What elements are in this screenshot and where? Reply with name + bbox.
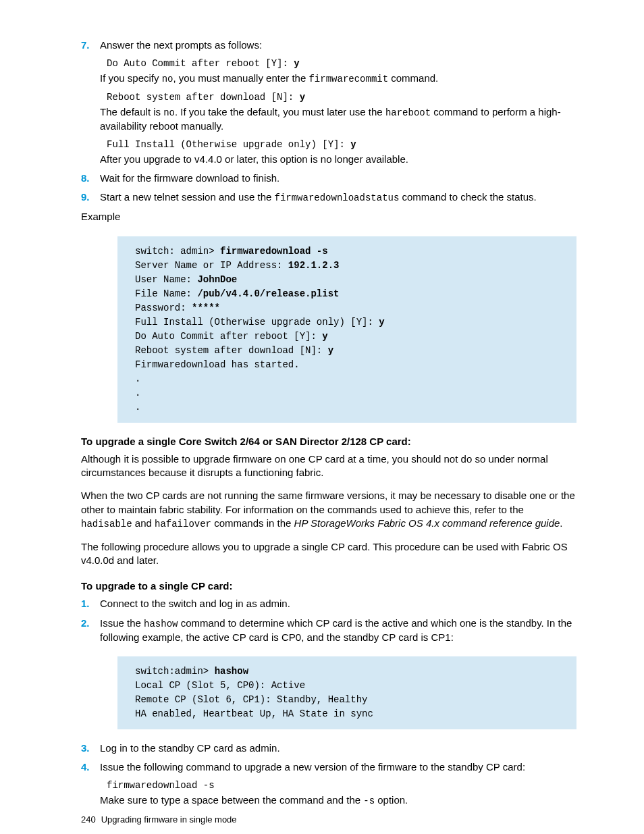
para-core-3: The following procedure allows you to up… bbox=[81, 540, 576, 568]
prompt-input: y bbox=[294, 58, 299, 69]
step-9-text: Start a new telnet session and use the f… bbox=[100, 190, 576, 205]
step-7: 7. Answer the next prompts as follows: D… bbox=[81, 38, 576, 166]
inline-code: hashow bbox=[144, 619, 178, 629]
step-b2: 2. Issue the hashow command to determine… bbox=[81, 617, 576, 644]
page-footer: 240Upgrading firmware in single mode bbox=[81, 814, 237, 826]
step-number: 8. bbox=[81, 172, 90, 185]
prompt-text: Do Auto Commit after reboot [Y]: bbox=[107, 58, 294, 69]
step-b1-text: Connect to the switch and log in as admi… bbox=[100, 597, 576, 610]
prompt-input: y bbox=[350, 139, 356, 150]
prompt-auto-commit: Do Auto Commit after reboot [Y]: y bbox=[100, 57, 576, 70]
inline-code: -s bbox=[363, 796, 375, 806]
step-b3: 3. Log in to the standby CP card as admi… bbox=[81, 741, 576, 755]
step-b4-tail: Make sure to type a space between the co… bbox=[100, 793, 576, 808]
step-b1: 1. Connect to the switch and log in as a… bbox=[81, 597, 576, 610]
step-b4: 4. Issue the following command to upgrad… bbox=[81, 760, 576, 808]
prompt-reboot: Reboot system after download [N]: y bbox=[100, 91, 576, 104]
heading-upgrade-core: To upgrade a single Core Switch 2/64 or … bbox=[81, 435, 576, 448]
step-8-text: Wait for the firmware download to finish… bbox=[100, 172, 576, 185]
para-auto-commit: If you specify no, you must manually ent… bbox=[100, 72, 576, 86]
step-8: 8. Wait for the firmware download to fin… bbox=[81, 172, 576, 185]
example-label: Example bbox=[81, 210, 576, 224]
steps-list-bottom-2: 3. Log in to the standby CP card as admi… bbox=[81, 741, 576, 808]
prompt-input: y bbox=[300, 92, 305, 103]
step-9: 9. Start a new telnet session and use th… bbox=[81, 190, 576, 205]
step-number: 9. bbox=[81, 190, 90, 204]
page: 7. Answer the next prompts as follows: D… bbox=[0, 0, 644, 834]
para-core-1: Although it is possible to upgrade firmw… bbox=[81, 452, 576, 480]
para-full-install: After you upgrade to v4.4.0 or later, th… bbox=[100, 153, 576, 166]
inline-code: no bbox=[162, 74, 173, 84]
inline-code: hadisable bbox=[81, 519, 132, 529]
page-number: 240 bbox=[81, 814, 96, 825]
steps-list-bottom: 1. Connect to the switch and log in as a… bbox=[81, 597, 576, 644]
step-b3-text: Log in to the standby CP card as admin. bbox=[100, 741, 576, 755]
step-b2-text: Issue the hashow command to determine wh… bbox=[100, 617, 576, 644]
para-reboot: The default is no. If you take the defau… bbox=[100, 105, 576, 133]
step-number: 4. bbox=[81, 760, 90, 774]
prompt-text: Reboot system after download [N]: bbox=[107, 92, 300, 103]
inline-code: hafailover bbox=[155, 519, 211, 529]
prompt-full-install: Full Install (Otherwise upgrade only) [Y… bbox=[100, 138, 576, 151]
inline-code: firmwarecommit bbox=[308, 74, 388, 84]
step-number: 7. bbox=[81, 38, 90, 52]
footer-title: Upgrading firmware in single mode bbox=[101, 814, 237, 825]
cmd-firmwaredownload: firmwaredownload -s bbox=[100, 779, 576, 792]
code-block-hashow: switch:admin> hashow Local CP (Slot 5, C… bbox=[117, 656, 576, 729]
inline-code: firmwaredownloadstatus bbox=[275, 192, 400, 203]
step-number: 1. bbox=[81, 597, 90, 610]
step-number: 2. bbox=[81, 617, 90, 630]
code-block-example: switch: admin> firmwaredownload -s Serve… bbox=[117, 236, 576, 423]
step-number: 3. bbox=[81, 741, 90, 755]
step-7-intro: Answer the next prompts as follows: bbox=[100, 38, 576, 52]
steps-list-top: 7. Answer the next prompts as follows: D… bbox=[81, 38, 576, 205]
heading-upgrade-single: To upgrade to a single CP card: bbox=[81, 579, 576, 593]
para-core-2: When the two CP cards are not running th… bbox=[81, 489, 576, 530]
prompt-text: Full Install (Otherwise upgrade only) [Y… bbox=[107, 139, 350, 150]
inline-code: no bbox=[163, 107, 175, 118]
step-b4-text: Issue the following command to upgrade a… bbox=[100, 760, 576, 774]
reference-guide: HP StorageWorks Fabric OS 4.x command re… bbox=[294, 517, 560, 529]
inline-code: hareboot bbox=[385, 107, 431, 118]
